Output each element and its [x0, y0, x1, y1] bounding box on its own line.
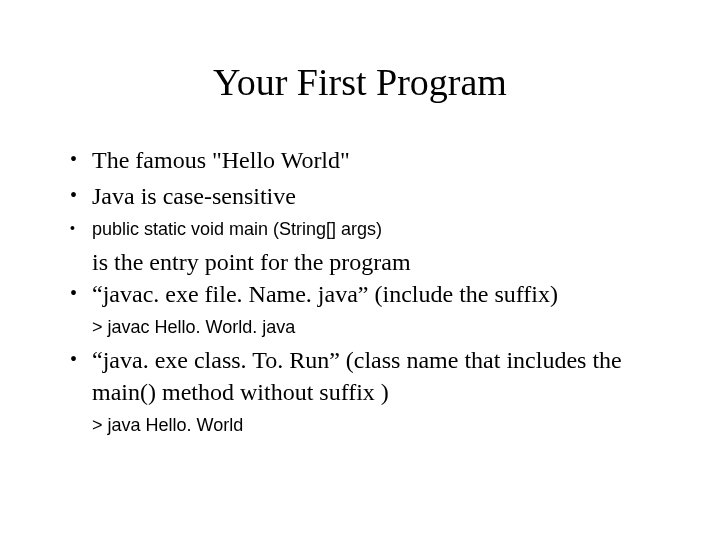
bullet-subtext: > javac Hello. World. java: [60, 315, 660, 340]
bullet-item: “javac. exe file. Name. java” (include t…: [60, 278, 660, 310]
bullet-list: The famous "Hello World" Java is case-se…: [60, 144, 660, 242]
bullet-list: “java. exe class. To. Run” (class name t…: [60, 344, 660, 409]
bullet-continuation: is the entry point for the program: [60, 246, 660, 278]
bullet-item: The famous "Hello World": [60, 144, 660, 176]
bullet-item: “java. exe class. To. Run” (class name t…: [60, 344, 660, 409]
slide-title: Your First Program: [60, 60, 660, 104]
bullet-list: “javac. exe file. Name. java” (include t…: [60, 278, 660, 310]
bullet-item-code: public static void main (String[] args): [60, 217, 660, 242]
bullet-item: Java is case-sensitive: [60, 180, 660, 212]
bullet-subtext: > java Hello. World: [60, 413, 660, 438]
